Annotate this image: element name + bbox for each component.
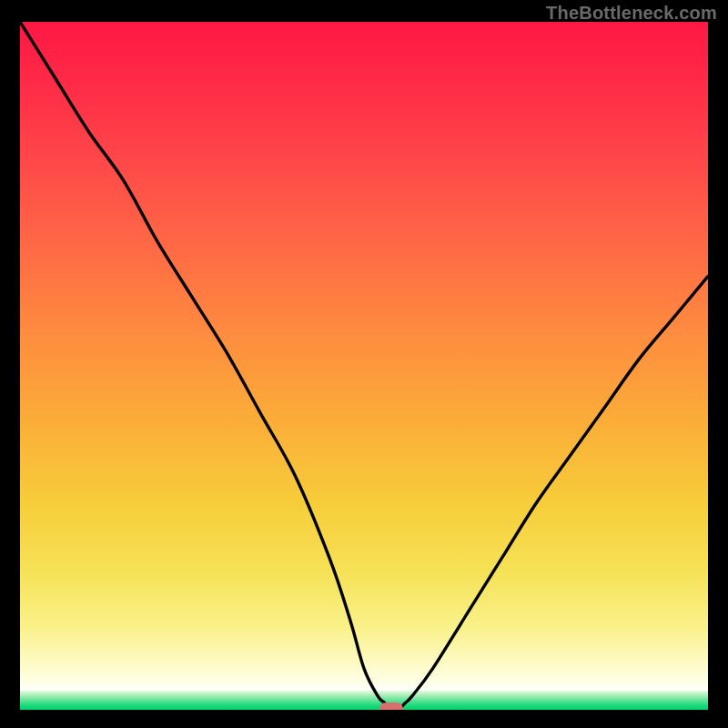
chart-curve-svg <box>20 22 708 710</box>
watermark-text: TheBottleneck.com <box>546 3 717 24</box>
minimum-marker <box>379 703 403 710</box>
chart-plot-area <box>20 22 708 710</box>
chart-stage: TheBottleneck.com <box>0 0 728 728</box>
bottleneck-curve-path <box>20 22 708 710</box>
